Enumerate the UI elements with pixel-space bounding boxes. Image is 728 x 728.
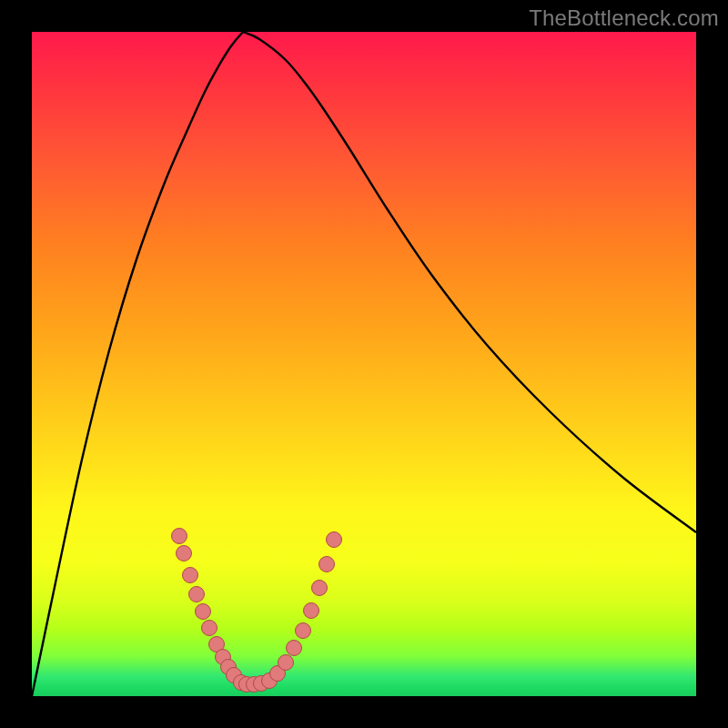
- data-marker: [287, 641, 302, 656]
- watermark-text: TheBottleneck.com: [529, 5, 719, 31]
- data-marker: [296, 623, 311, 639]
- data-marker: [177, 546, 192, 561]
- data-marker: [189, 587, 205, 602]
- data-marker: [278, 655, 294, 671]
- data-marker: [319, 557, 335, 572]
- data-marker: [312, 581, 328, 596]
- chart-frame: TheBottleneck.com: [0, 0, 728, 728]
- data-marker: [196, 604, 211, 620]
- plot-area: [32, 32, 696, 696]
- right-branch-curve: [243, 32, 696, 532]
- data-marker: [327, 532, 342, 548]
- data-marker: [172, 529, 187, 544]
- curve-layer: [32, 32, 696, 696]
- data-marker: [304, 603, 319, 619]
- left-branch-curve: [32, 32, 243, 696]
- data-markers: [172, 529, 342, 693]
- data-marker: [183, 568, 198, 583]
- data-marker: [202, 621, 217, 636]
